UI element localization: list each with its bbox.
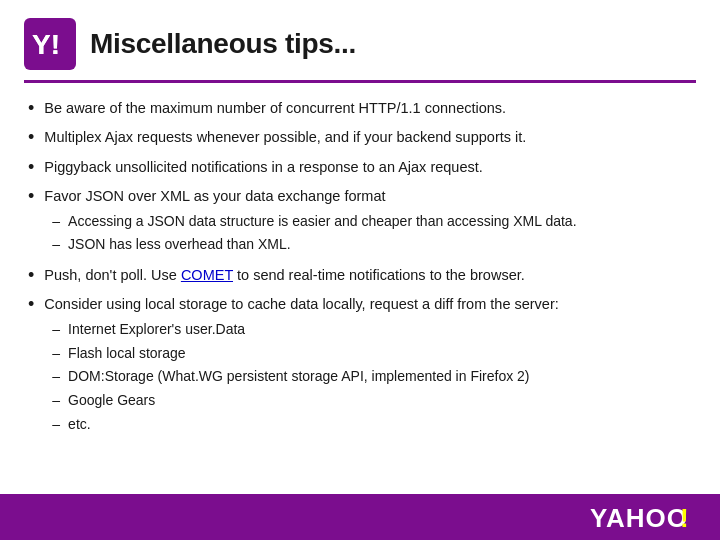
bullet-dot: • (28, 126, 34, 149)
sub-text: Flash local storage (68, 343, 186, 365)
list-item: • Consider using local storage to cache … (28, 293, 692, 437)
bullet-text: Consider using local storage to cache da… (44, 293, 692, 437)
sub-text: etc. (68, 414, 91, 436)
bullet-dot: • (28, 293, 34, 316)
bullet-text: Favor JSON over XML as your data exchang… (44, 185, 692, 258)
sub-dash: – (52, 319, 60, 341)
sub-list-item: – Internet Explorer's user.Data (52, 319, 692, 341)
sub-list-item: – JSON has less overhead than XML. (52, 234, 692, 256)
svg-text:Y!: Y! (32, 29, 60, 60)
sub-dash: – (52, 234, 60, 256)
sub-text: Accessing a JSON data structure is easie… (68, 211, 576, 233)
footer-yahoo-logo: YAHOO ! (590, 502, 700, 532)
bullet-dot: • (28, 97, 34, 120)
sub-list-item: – etc. (52, 414, 692, 436)
footer-bar: YAHOO ! (0, 494, 720, 540)
bullet-text: Piggyback unsollicited notifications in … (44, 156, 692, 178)
sub-text: JSON has less overhead than XML. (68, 234, 291, 256)
comet-link[interactable]: COMET (181, 267, 233, 283)
sub-text: Internet Explorer's user.Data (68, 319, 245, 341)
header: Y! Y! Miscellaneous tips... (0, 0, 720, 80)
list-item: • Be aware of the maximum number of conc… (28, 97, 692, 120)
sub-text: DOM:Storage (What.WG persistent storage … (68, 366, 529, 388)
sub-list-item: – Google Gears (52, 390, 692, 412)
svg-text:!: ! (680, 503, 689, 533)
bullet-text: Multiplex Ajax requests whenever possibl… (44, 126, 692, 148)
list-item: • Favor JSON over XML as your data excha… (28, 185, 692, 258)
bullet-text: Push, don't poll. Use COMET to send real… (44, 264, 692, 286)
yahoo-logo-icon: Y! Y! (24, 18, 76, 70)
sub-list: – Internet Explorer's user.Data – Flash … (52, 319, 692, 435)
footer-logo-svg: YAHOO ! (590, 501, 700, 533)
list-item: • Push, don't poll. Use COMET to send re… (28, 264, 692, 287)
bullet-text: Be aware of the maximum number of concur… (44, 97, 692, 119)
svg-text:YAHOO: YAHOO (590, 503, 688, 533)
list-item: • Multiplex Ajax requests whenever possi… (28, 126, 692, 149)
page-title: Miscellaneous tips... (90, 28, 356, 60)
sub-dash: – (52, 414, 60, 436)
sub-text: Google Gears (68, 390, 155, 412)
sub-dash: – (52, 343, 60, 365)
content-area: • Be aware of the maximum number of conc… (0, 83, 720, 457)
sub-list: – Accessing a JSON data structure is eas… (52, 211, 692, 256)
main-bullet-list: • Be aware of the maximum number of conc… (28, 97, 692, 437)
bullet-dot: • (28, 264, 34, 287)
bullet-dot: • (28, 185, 34, 208)
bullet-dot: • (28, 156, 34, 179)
list-item: • Piggyback unsollicited notifications i… (28, 156, 692, 179)
sub-list-item: – DOM:Storage (What.WG persistent storag… (52, 366, 692, 388)
sub-dash: – (52, 366, 60, 388)
sub-list-item: – Accessing a JSON data structure is eas… (52, 211, 692, 233)
sub-dash: – (52, 390, 60, 412)
sub-dash: – (52, 211, 60, 233)
sub-list-item: – Flash local storage (52, 343, 692, 365)
